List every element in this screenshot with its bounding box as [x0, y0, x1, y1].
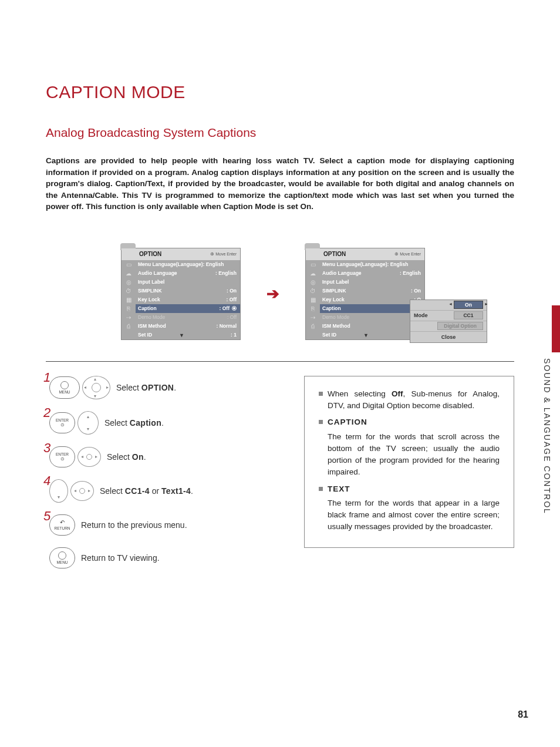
popup-row-mode: ModeCC1	[410, 311, 487, 321]
info-text: When selecting Off, Sub-menus for Analog…	[328, 388, 500, 412]
osd-icon: ▭	[122, 260, 136, 269]
osd-icon: ⎘	[306, 304, 320, 313]
osd-row: Menu Language(Language): English	[136, 260, 240, 269]
osd-icon: ⎙	[306, 322, 320, 331]
divider	[46, 361, 514, 362]
menu-button-icon: MENU	[49, 547, 75, 568]
info-box: When selecting Off, Sub-menus for Analog…	[304, 376, 514, 548]
osd-row: SIMPLINK: On	[136, 287, 240, 295]
step-1: 1 MENU ▴▾◂▸ Select OPTION.	[46, 376, 286, 399]
osd-menu-after: OPTION ⊕ Move Enter ▭ ☁ ◎ ⏱ ▦ ⎘ ⇢ ⎙	[305, 248, 425, 340]
osd-row: Input Label	[136, 278, 240, 287]
osd-icon: ⏱	[306, 287, 320, 295]
enter-button-icon: ENTER⊙	[49, 412, 75, 433]
osd-row: Input Label	[320, 278, 424, 287]
osd-icon: ◎	[306, 278, 320, 287]
bullet-icon	[319, 420, 323, 424]
arrow-icon: ➔	[266, 285, 279, 303]
bullet-icon	[319, 392, 323, 396]
step-4: 4 ▾ ◂▸ Select CC1-4 or Text1-4.	[46, 479, 286, 503]
dpad-icon: ▴▾◂▸	[82, 376, 110, 399]
osd-row: Set ID: 1	[320, 331, 424, 339]
return-button-icon: ↶RETURN	[49, 514, 75, 536]
osd-header-title: OPTION	[139, 251, 161, 257]
page-number: 81	[518, 709, 528, 720]
osd-icon: ☁	[122, 269, 136, 278]
down-icon: ▾	[49, 479, 68, 503]
step-text: Return to the previous menu.	[81, 520, 187, 530]
updown-icon: ▴▾	[77, 411, 99, 435]
step-text: Select On.	[107, 452, 146, 462]
osd-row: Set ID: 1	[136, 331, 240, 339]
menu-button-icon: MENU	[49, 376, 80, 399]
popup-close: Close	[410, 332, 487, 342]
info-text: The term for the words that scroll acros…	[328, 431, 500, 479]
scroll-down-icon: ▼	[179, 332, 184, 338]
osd-row: Audio Language: English	[136, 269, 240, 278]
osd-row: ISM Method: Normal	[136, 322, 240, 331]
osd-row: SIMPLINK: On	[320, 287, 424, 295]
osd-icon: ☁	[306, 269, 320, 278]
osd-icon: ⇢	[306, 313, 320, 322]
info-heading: CAPTION	[328, 418, 367, 426]
page-title: CAPTION MODE	[46, 82, 514, 102]
osd-row: ISM Method: N	[320, 322, 424, 331]
osd-row: Menu Language(Language): English	[320, 260, 424, 269]
osd-icon: ⏱	[122, 287, 136, 295]
osd-row: Key Lock: O	[320, 295, 424, 304]
intro-paragraph: Captions are provided to help people wit…	[46, 155, 514, 213]
step-3: 3 ENTER⊙ ◂▸ Select On.	[46, 446, 286, 467]
osd-icon: ▦	[306, 295, 320, 304]
leftright-icon: ◂▸	[70, 481, 94, 501]
intro-text-2: Mode is set	[253, 202, 301, 211]
step-text: Return to TV viewing.	[81, 553, 160, 563]
osd-icon: ⎘	[122, 304, 136, 313]
osd-row: Demo Mode: O	[320, 313, 424, 322]
step-2: 2 ENTER⊙ ▴▾ Select Caption.	[46, 411, 286, 435]
osd-row: Key Lock: Off	[136, 295, 240, 304]
osd-icon: ⇢	[122, 313, 136, 322]
leftright-icon: ◂▸	[77, 447, 101, 467]
step-text: Select Caption.	[104, 418, 164, 428]
osd-row-selected: Caption: O	[320, 304, 424, 313]
info-text: The term for the words that appear in a …	[328, 497, 500, 533]
osd-header-hint: ⊕ Move Enter	[210, 251, 237, 257]
osd-icon: ⎙	[122, 322, 136, 331]
osd-row-selected: Caption: Off	[136, 304, 240, 313]
step-list: 1 MENU ▴▾◂▸ Select OPTION. 2 ENTER⊙ ▴▾ S…	[46, 376, 286, 580]
step-5: 5 ↶RETURN Return to the previous menu.	[46, 514, 286, 536]
step-text: Select OPTION.	[116, 383, 176, 392]
intro-text-3: .	[311, 202, 313, 211]
step-number: 4	[43, 473, 52, 489]
osd-icon: ▭	[306, 260, 320, 269]
side-chapter-label: SOUND & LANGUAGE CONTROL	[542, 341, 560, 514]
intro-bold-caption: Caption	[223, 202, 252, 211]
osd-header-hint: ⊕ Move Enter	[394, 251, 421, 257]
scroll-down-icon: ▼	[363, 332, 369, 338]
osd-row: Demo Mode: Off	[136, 313, 240, 322]
osd-icon: ◎	[122, 278, 136, 287]
intro-bold-on: On	[301, 202, 312, 211]
popup-row-on: On	[410, 300, 487, 311]
caption-popup: On ModeCC1 Digital Option Close	[410, 300, 487, 343]
enter-button-icon: ENTER⊙	[49, 446, 75, 467]
step-6: MENU Return to TV viewing.	[46, 547, 286, 568]
section-subtitle: Analog Broadcasting System Captions	[46, 126, 514, 140]
info-heading: TEXT	[328, 484, 350, 493]
popup-row-digital: Digital Option	[410, 321, 487, 332]
osd-icon: ▦	[122, 295, 136, 304]
bullet-icon	[319, 487, 323, 491]
osd-header-title: OPTION	[323, 251, 346, 257]
osd-menu-before: OPTION ⊕ Move Enter ▭ ☁ ◎ ⏱ ▦ ⎘ ⇢ ⎙ Menu…	[121, 248, 241, 340]
osd-row: Audio Language: English	[320, 269, 424, 278]
step-text: Select CC1-4 or Text1-4.	[100, 486, 193, 496]
